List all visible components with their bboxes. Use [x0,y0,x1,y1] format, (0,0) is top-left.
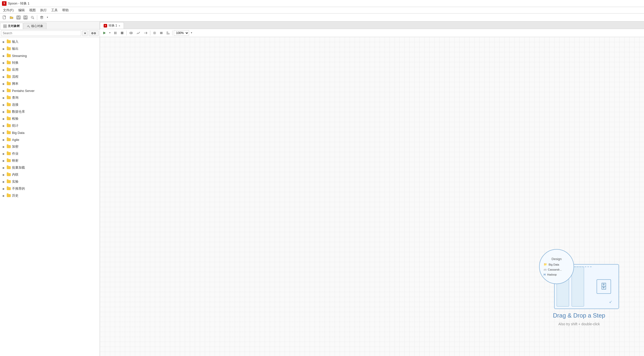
menu-tools[interactable]: 工具 [49,8,60,13]
canvas-metrics-button[interactable] [135,30,142,36]
canvas-zoom-dropdown[interactable]: ▼ [190,30,193,36]
tree-item-history[interactable]: ▶ 历史 [0,192,100,199]
canvas-area[interactable]: 🗄 ↙ Design 📁 Big Data 🗃 Cassandr [100,37,644,356]
folder-icon [6,131,11,134]
tree-container: ▶ 输入 ▶ 输出 ▶ Streaming [0,37,100,356]
toolbar-layers-button[interactable] [39,15,45,21]
canvas-play-button[interactable] [102,30,107,36]
svg-rect-12 [4,27,5,28]
folder-icon [6,40,11,44]
tree-item-encrypt[interactable]: ▶ 加密 [0,143,100,150]
folder-icon [6,166,11,169]
folder-icon [6,89,11,92]
tree-item-script[interactable]: ▶ 脚本 [0,80,100,87]
canvas-grid-button[interactable] [152,30,158,36]
chevron-icon: ▶ [2,54,6,58]
folder-icon [6,187,11,190]
chevron-icon: ▶ [2,96,6,99]
toolbar-save-button[interactable] [16,15,22,21]
svg-rect-24 [160,32,162,33]
canvas-tab-close[interactable]: × [118,24,120,27]
chevron-icon: ▶ [2,117,6,120]
svg-rect-29 [167,33,168,34]
tab-main-tree[interactable]: 主对象树 [0,23,23,29]
tree-item-transform[interactable]: ▶ 转换 [0,59,100,66]
svg-rect-3 [17,18,20,19]
canvas-preview-button[interactable] [128,30,134,36]
canvas-hop-button[interactable] [142,30,149,36]
chevron-icon: ▶ [2,180,6,183]
tree-item-experimental[interactable]: ▶ 实验 [0,178,100,185]
svg-rect-10 [4,25,5,26]
menu-file[interactable]: 文件(F) [1,8,16,13]
folder-icon [6,61,11,65]
svg-rect-13 [5,27,6,28]
tree-item-flow[interactable]: ▶ 流程 [0,73,100,80]
tree-item-mapping[interactable]: ▶ 映射 [0,157,100,164]
tree-item-output[interactable]: ▶ 输出 [0,45,100,52]
menu-edit[interactable]: 编辑 [16,8,27,13]
search-options-button[interactable]: ⚙⚙ [89,31,99,36]
chevron-icon: ▶ [2,159,6,162]
tree-item-streaming[interactable]: ▶ Streaming [0,52,100,59]
folder-icon [6,110,11,113]
tree-item-deprecated[interactable]: ▶ 不推荐的 [0,185,100,192]
toolbar-layers-dropdown[interactable]: ▼ [46,15,49,21]
search-clear-button[interactable]: ✕ [82,31,88,36]
chevron-icon: ▶ [2,75,6,79]
chevron-icon: ▶ [2,103,6,106]
tab-core-objects[interactable]: 核心对象 [24,23,46,29]
chevron-icon: ▶ [2,40,6,44]
table-icon: 🗃 [544,268,546,271]
tree-item-pentaho-server[interactable]: ▶ Pentaho Server [0,87,100,94]
svg-text:+: + [25,18,26,20]
tree-item-bigdata[interactable]: ▶ Big Data [0,129,100,136]
tree-item-apply[interactable]: ▶ 应用 [0,66,100,73]
canvas-stop-button[interactable] [119,30,125,36]
chevron-icon: ▶ [2,89,6,92]
dnd-illustration: 🗄 ↙ Design 📁 Big Data 🗃 Cassandr [539,249,619,309]
search-input[interactable] [1,31,81,36]
svg-rect-17 [121,32,123,34]
canvas-zoom-select[interactable]: 100% 75% 50% 125% 150% [174,30,189,36]
canvas-tab-transform1[interactable]: S 转换 1 × [100,22,124,29]
tree-item-input[interactable]: ▶ 输入 [0,38,100,45]
svg-point-8 [31,16,33,18]
canvas-play-dropdown[interactable]: ▼ [108,30,112,36]
dnd-circle: Design 📁 Big Data 🗃 Cassandr... H Hadoop [539,249,574,284]
svg-rect-26 [160,34,162,34]
toolbar-explore-button[interactable] [30,15,36,21]
left-panel: 主对象树 核心对象 ✕ ⚙⚙ ▶ 输入 [0,22,100,356]
chevron-icon: ▶ [2,68,6,72]
tree-item-datawarehouse[interactable]: ▶ 数据仓库 [0,108,100,115]
canvas-distribute-button[interactable] [165,30,171,36]
canvas-tabs: S 转换 1 × [100,22,644,29]
tree-item-bulkload[interactable]: ▶ 批量加载 [0,164,100,171]
menu-view[interactable]: 视图 [27,8,38,13]
chevron-icon: ▶ [2,173,6,176]
menu-help[interactable]: 帮助 [60,8,71,13]
folder-icon [6,103,11,106]
svg-rect-15 [114,32,115,34]
svg-rect-16 [116,32,116,34]
tree-item-job[interactable]: ▶ 作业 [0,150,100,157]
tree-item-query[interactable]: ▶ 查询 [0,94,100,101]
toolbar-new-button[interactable] [2,15,8,21]
toolbar-open-button[interactable] [8,15,14,21]
tree-item-inline[interactable]: ▶ 内联 [0,171,100,178]
tree-item-connection[interactable]: ▶ 连接 [0,101,100,108]
folder-icon [6,138,11,141]
dnd-circle-item-cassandra: 🗃 Cassandr... [544,268,562,271]
folder-icon [6,173,11,176]
tree-item-statistics[interactable]: ▶ 统计 [0,122,100,129]
chevron-icon: ▶ [2,187,6,190]
toolbar-separator [37,15,37,20]
canvas-pause-button[interactable] [112,30,118,36]
canvas-align-button[interactable] [158,30,164,36]
tree-item-validate[interactable]: ▶ 检验 [0,115,100,122]
menu-run[interactable]: 执行 [38,8,49,13]
toolbar-saveas-button[interactable]: + [22,15,28,21]
svg-rect-25 [160,33,162,33]
tree-item-agile[interactable]: ▶ Agile [0,136,100,143]
chevron-icon: ▶ [2,61,6,65]
